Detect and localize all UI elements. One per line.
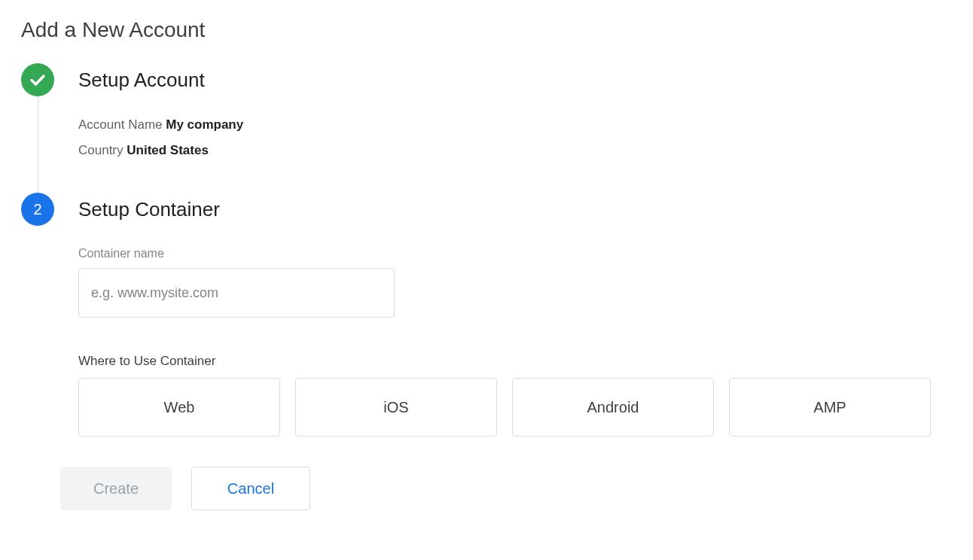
step-account-title: Setup Account	[78, 63, 952, 96]
country-value: United States	[127, 143, 209, 157]
step-number: 2	[33, 201, 41, 218]
where-to-use-group: Where to Use Container Web iOS Android A…	[78, 354, 952, 437]
country-summary: Country United States	[78, 143, 952, 158]
cancel-button[interactable]: Cancel	[191, 467, 310, 510]
platform-option-amp[interactable]: AMP	[729, 378, 931, 437]
platform-options: Web iOS Android AMP	[78, 378, 952, 437]
step-account: Setup Account Account Name My company Co…	[21, 63, 952, 193]
container-name-field-group: Container name	[78, 247, 952, 318]
container-name-input[interactable]	[78, 268, 395, 318]
account-name-value: My company	[166, 117, 243, 132]
step-badge-completed	[21, 63, 54, 96]
platform-option-web[interactable]: Web	[78, 378, 280, 437]
account-name-label: Account Name	[78, 117, 163, 132]
check-icon	[29, 71, 47, 89]
country-label: Country	[78, 143, 124, 157]
step-connector-line	[38, 96, 38, 193]
step-container-title: Setup Container	[78, 193, 952, 226]
page-title: Add a New Account	[21, 18, 952, 42]
container-name-label: Container name	[78, 247, 952, 260]
step-badge-active: 2	[21, 193, 54, 226]
where-to-use-label: Where to Use Container	[78, 354, 952, 369]
stepper: Setup Account Account Name My company Co…	[21, 63, 952, 461]
step-container: 2 Setup Container Container name Where t…	[21, 193, 952, 461]
platform-option-ios[interactable]: iOS	[295, 378, 497, 437]
platform-option-android[interactable]: Android	[512, 378, 714, 437]
actions-bar: Create Cancel	[21, 461, 952, 510]
create-button[interactable]: Create	[60, 467, 172, 510]
account-name-summary: Account Name My company	[78, 117, 952, 132]
